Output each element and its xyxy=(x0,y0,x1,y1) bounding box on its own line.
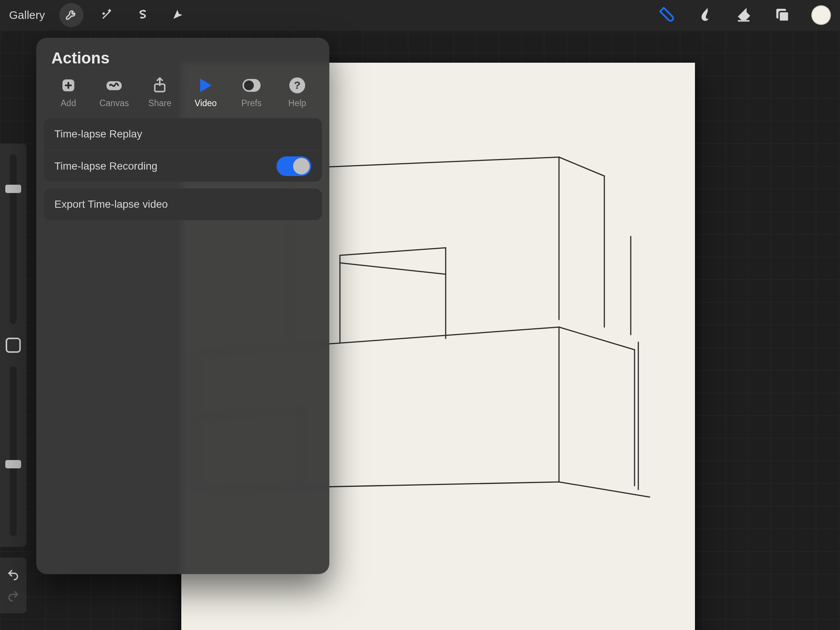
wrench-icon xyxy=(65,8,78,22)
share-icon xyxy=(151,76,169,95)
timelapse-replay-row[interactable]: Time-lapse Replay xyxy=(44,118,322,150)
selection-s-icon xyxy=(136,8,149,22)
tab-help-label: Help xyxy=(288,98,306,108)
opacity-slider[interactable] xyxy=(10,366,17,536)
gallery-button[interactable]: Gallery xyxy=(9,9,45,22)
undo-redo-bar xyxy=(0,557,27,613)
adjustments-button[interactable] xyxy=(95,3,119,27)
toggle-knob xyxy=(293,158,310,175)
smudge-icon[interactable] xyxy=(696,6,714,25)
svg-line-10 xyxy=(340,263,446,274)
canvas-icon xyxy=(105,76,123,95)
cursor-icon xyxy=(172,8,184,22)
tab-prefs-label: Prefs xyxy=(242,98,262,108)
tab-video-label: Video xyxy=(194,98,216,108)
svg-line-13 xyxy=(559,327,635,350)
timelapse-replay-label: Time-lapse Replay xyxy=(54,128,142,140)
export-timelapse-label: Export Time-lapse video xyxy=(54,198,168,210)
play-icon xyxy=(197,76,215,95)
tab-canvas[interactable]: Canvas xyxy=(93,76,135,108)
timelapse-recording-row[interactable]: Time-lapse Recording xyxy=(44,150,322,182)
layers-icon[interactable] xyxy=(774,6,790,24)
top-toolbar: Gallery xyxy=(0,0,840,30)
left-sidebar xyxy=(0,144,27,547)
redo-button[interactable] xyxy=(5,588,22,604)
brush-icon[interactable] xyxy=(658,6,675,25)
undo-button[interactable] xyxy=(5,567,22,583)
tab-add[interactable]: Add xyxy=(47,76,89,108)
tab-help[interactable]: ? Help xyxy=(276,76,318,108)
actions-title: Actions xyxy=(36,49,329,76)
tab-add-label: Add xyxy=(61,98,76,108)
actions-panel: Actions Add Canvas Share Video xyxy=(36,38,329,574)
timelapse-recording-toggle[interactable] xyxy=(276,156,311,176)
prefs-icon xyxy=(243,76,261,95)
svg-line-17 xyxy=(559,482,650,497)
help-icon: ? xyxy=(288,76,306,95)
wand-icon xyxy=(101,8,113,22)
wrench-button[interactable] xyxy=(59,3,84,27)
color-swatch[interactable] xyxy=(811,5,831,25)
tab-video[interactable]: Video xyxy=(185,76,227,108)
svg-line-2 xyxy=(291,157,559,169)
svg-line-5 xyxy=(559,157,604,176)
svg-rect-1 xyxy=(779,12,789,22)
eraser-icon[interactable] xyxy=(735,6,752,25)
export-timelapse-row[interactable]: Export Time-lapse video xyxy=(44,188,322,220)
selection-button[interactable] xyxy=(130,3,155,27)
opacity-thumb[interactable] xyxy=(5,460,21,468)
tab-share[interactable]: Share xyxy=(139,76,180,108)
modify-button[interactable] xyxy=(6,338,21,353)
add-icon xyxy=(59,76,77,95)
brush-size-thumb[interactable] xyxy=(5,185,21,193)
brush-size-slider[interactable] xyxy=(10,154,17,324)
svg-line-7 xyxy=(340,248,446,255)
timelapse-recording-label: Time-lapse Recording xyxy=(54,160,158,172)
tab-share-label: Share xyxy=(148,98,172,108)
video-options-list: Time-lapse Replay Time-lapse Recording E… xyxy=(36,118,329,220)
transform-button[interactable] xyxy=(166,3,190,27)
actions-tabs: Add Canvas Share Video Prefs xyxy=(36,76,329,118)
tab-canvas-label: Canvas xyxy=(99,98,129,108)
tab-prefs[interactable]: Prefs xyxy=(231,76,272,108)
